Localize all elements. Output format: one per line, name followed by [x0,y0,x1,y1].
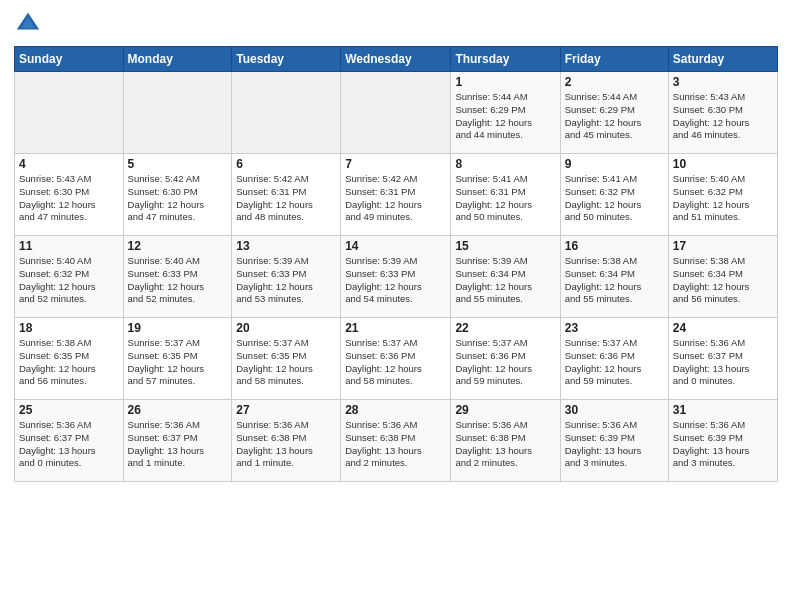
calendar-cell [15,72,124,154]
day-number: 9 [565,157,664,171]
day-info: Sunrise: 5:39 AM Sunset: 6:33 PM Dayligh… [236,255,336,306]
day-info: Sunrise: 5:36 AM Sunset: 6:37 PM Dayligh… [673,337,773,388]
day-number: 30 [565,403,664,417]
day-number: 19 [128,321,228,335]
day-number: 21 [345,321,446,335]
calendar-header: SundayMondayTuesdayWednesdayThursdayFrid… [15,47,778,72]
calendar-container: SundayMondayTuesdayWednesdayThursdayFrid… [0,0,792,492]
day-number: 4 [19,157,119,171]
day-number: 24 [673,321,773,335]
calendar-cell: 6Sunrise: 5:42 AM Sunset: 6:31 PM Daylig… [232,154,341,236]
day-info: Sunrise: 5:37 AM Sunset: 6:36 PM Dayligh… [455,337,555,388]
header-day-thursday: Thursday [451,47,560,72]
day-number: 1 [455,75,555,89]
calendar-cell: 31Sunrise: 5:36 AM Sunset: 6:39 PM Dayli… [668,400,777,482]
calendar-table: SundayMondayTuesdayWednesdayThursdayFrid… [14,46,778,482]
calendar-cell: 21Sunrise: 5:37 AM Sunset: 6:36 PM Dayli… [341,318,451,400]
day-info: Sunrise: 5:41 AM Sunset: 6:32 PM Dayligh… [565,173,664,224]
day-info: Sunrise: 5:36 AM Sunset: 6:39 PM Dayligh… [565,419,664,470]
day-info: Sunrise: 5:42 AM Sunset: 6:31 PM Dayligh… [345,173,446,224]
day-number: 3 [673,75,773,89]
day-info: Sunrise: 5:39 AM Sunset: 6:33 PM Dayligh… [345,255,446,306]
header-day-sunday: Sunday [15,47,124,72]
day-number: 25 [19,403,119,417]
day-number: 13 [236,239,336,253]
calendar-cell: 5Sunrise: 5:42 AM Sunset: 6:30 PM Daylig… [123,154,232,236]
logo-icon [14,10,42,38]
day-number: 15 [455,239,555,253]
logo [14,10,46,38]
day-info: Sunrise: 5:38 AM Sunset: 6:34 PM Dayligh… [565,255,664,306]
day-number: 8 [455,157,555,171]
calendar-cell: 8Sunrise: 5:41 AM Sunset: 6:31 PM Daylig… [451,154,560,236]
calendar-cell: 1Sunrise: 5:44 AM Sunset: 6:29 PM Daylig… [451,72,560,154]
calendar-cell: 18Sunrise: 5:38 AM Sunset: 6:35 PM Dayli… [15,318,124,400]
day-info: Sunrise: 5:39 AM Sunset: 6:34 PM Dayligh… [455,255,555,306]
calendar-cell: 24Sunrise: 5:36 AM Sunset: 6:37 PM Dayli… [668,318,777,400]
day-info: Sunrise: 5:37 AM Sunset: 6:35 PM Dayligh… [236,337,336,388]
header-day-monday: Monday [123,47,232,72]
day-number: 18 [19,321,119,335]
calendar-cell: 15Sunrise: 5:39 AM Sunset: 6:34 PM Dayli… [451,236,560,318]
calendar-cell [232,72,341,154]
day-info: Sunrise: 5:43 AM Sunset: 6:30 PM Dayligh… [673,91,773,142]
day-number: 14 [345,239,446,253]
day-info: Sunrise: 5:38 AM Sunset: 6:34 PM Dayligh… [673,255,773,306]
calendar-cell: 25Sunrise: 5:36 AM Sunset: 6:37 PM Dayli… [15,400,124,482]
day-number: 17 [673,239,773,253]
calendar-cell: 9Sunrise: 5:41 AM Sunset: 6:32 PM Daylig… [560,154,668,236]
day-info: Sunrise: 5:36 AM Sunset: 6:38 PM Dayligh… [455,419,555,470]
week-row-3: 11Sunrise: 5:40 AM Sunset: 6:32 PM Dayli… [15,236,778,318]
day-info: Sunrise: 5:42 AM Sunset: 6:31 PM Dayligh… [236,173,336,224]
day-info: Sunrise: 5:42 AM Sunset: 6:30 PM Dayligh… [128,173,228,224]
calendar-cell: 30Sunrise: 5:36 AM Sunset: 6:39 PM Dayli… [560,400,668,482]
day-number: 22 [455,321,555,335]
day-number: 29 [455,403,555,417]
day-info: Sunrise: 5:36 AM Sunset: 6:37 PM Dayligh… [19,419,119,470]
day-info: Sunrise: 5:37 AM Sunset: 6:36 PM Dayligh… [565,337,664,388]
day-number: 23 [565,321,664,335]
calendar-cell: 23Sunrise: 5:37 AM Sunset: 6:36 PM Dayli… [560,318,668,400]
day-info: Sunrise: 5:36 AM Sunset: 6:38 PM Dayligh… [345,419,446,470]
day-info: Sunrise: 5:44 AM Sunset: 6:29 PM Dayligh… [565,91,664,142]
day-number: 16 [565,239,664,253]
calendar-cell: 29Sunrise: 5:36 AM Sunset: 6:38 PM Dayli… [451,400,560,482]
header-day-wednesday: Wednesday [341,47,451,72]
day-number: 28 [345,403,446,417]
day-info: Sunrise: 5:36 AM Sunset: 6:38 PM Dayligh… [236,419,336,470]
calendar-cell: 20Sunrise: 5:37 AM Sunset: 6:35 PM Dayli… [232,318,341,400]
day-info: Sunrise: 5:44 AM Sunset: 6:29 PM Dayligh… [455,91,555,142]
calendar-cell: 3Sunrise: 5:43 AM Sunset: 6:30 PM Daylig… [668,72,777,154]
day-info: Sunrise: 5:37 AM Sunset: 6:35 PM Dayligh… [128,337,228,388]
calendar-cell [123,72,232,154]
week-row-2: 4Sunrise: 5:43 AM Sunset: 6:30 PM Daylig… [15,154,778,236]
day-number: 26 [128,403,228,417]
calendar-body: 1Sunrise: 5:44 AM Sunset: 6:29 PM Daylig… [15,72,778,482]
calendar-cell: 14Sunrise: 5:39 AM Sunset: 6:33 PM Dayli… [341,236,451,318]
day-number: 5 [128,157,228,171]
day-number: 27 [236,403,336,417]
week-row-1: 1Sunrise: 5:44 AM Sunset: 6:29 PM Daylig… [15,72,778,154]
day-number: 31 [673,403,773,417]
day-info: Sunrise: 5:38 AM Sunset: 6:35 PM Dayligh… [19,337,119,388]
header [14,10,778,38]
day-number: 11 [19,239,119,253]
day-number: 6 [236,157,336,171]
header-day-saturday: Saturday [668,47,777,72]
week-row-4: 18Sunrise: 5:38 AM Sunset: 6:35 PM Dayli… [15,318,778,400]
day-number: 7 [345,157,446,171]
header-day-tuesday: Tuesday [232,47,341,72]
calendar-cell: 17Sunrise: 5:38 AM Sunset: 6:34 PM Dayli… [668,236,777,318]
day-number: 10 [673,157,773,171]
day-info: Sunrise: 5:37 AM Sunset: 6:36 PM Dayligh… [345,337,446,388]
day-info: Sunrise: 5:40 AM Sunset: 6:32 PM Dayligh… [19,255,119,306]
calendar-cell: 7Sunrise: 5:42 AM Sunset: 6:31 PM Daylig… [341,154,451,236]
calendar-cell: 11Sunrise: 5:40 AM Sunset: 6:32 PM Dayli… [15,236,124,318]
calendar-cell: 27Sunrise: 5:36 AM Sunset: 6:38 PM Dayli… [232,400,341,482]
day-number: 20 [236,321,336,335]
calendar-cell [341,72,451,154]
day-info: Sunrise: 5:36 AM Sunset: 6:37 PM Dayligh… [128,419,228,470]
calendar-cell: 2Sunrise: 5:44 AM Sunset: 6:29 PM Daylig… [560,72,668,154]
day-info: Sunrise: 5:40 AM Sunset: 6:33 PM Dayligh… [128,255,228,306]
calendar-cell: 19Sunrise: 5:37 AM Sunset: 6:35 PM Dayli… [123,318,232,400]
